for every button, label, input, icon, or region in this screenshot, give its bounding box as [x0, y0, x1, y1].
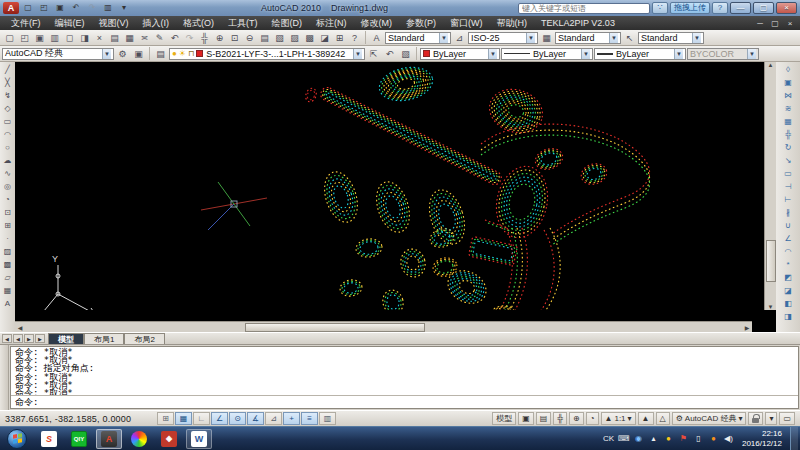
- quick-view-drawings-icon[interactable]: ▤: [536, 412, 552, 425]
- redo-icon[interactable]: ↷: [182, 31, 197, 45]
- qat-save-icon[interactable]: ▣: [53, 2, 67, 14]
- keyboard-icon[interactable]: ⌨: [618, 434, 629, 443]
- publish-icon[interactable]: ◨: [77, 31, 92, 45]
- model-space-button[interactable]: 模型: [492, 412, 516, 425]
- taskbar-autocad-icon[interactable]: A: [96, 429, 122, 449]
- qat-redo-icon[interactable]: ↷: [85, 2, 99, 14]
- tray-help-icon[interactable]: ◉: [633, 434, 644, 443]
- mleader-style-combo[interactable]: Standard▼: [638, 32, 704, 44]
- zoom-tool-icon[interactable]: ⊕: [569, 412, 584, 425]
- ime-indicator[interactable]: CK: [603, 434, 614, 443]
- mdi-restore-icon[interactable]: ▢: [769, 19, 781, 28]
- communication-center-icon[interactable]: ∵: [652, 2, 668, 14]
- taskbar-redapp-icon[interactable]: ◈: [156, 429, 182, 449]
- show-desktop-button[interactable]: [790, 427, 798, 450]
- stretch-icon[interactable]: ▭: [782, 167, 795, 180]
- mtext-icon[interactable]: A: [1, 297, 14, 310]
- spline-icon[interactable]: ∿: [1, 167, 14, 180]
- extend-icon[interactable]: ⊢: [782, 193, 795, 206]
- minimize-button[interactable]: —: [730, 2, 751, 14]
- horizontal-scrollbar[interactable]: ◀▶: [15, 321, 752, 332]
- taskbar-browser-icon[interactable]: [126, 429, 152, 449]
- offset-icon[interactable]: ≋: [782, 102, 795, 115]
- draworder-below-icon[interactable]: ◨: [782, 310, 795, 323]
- layer-lock-icon[interactable]: ⊓: [188, 49, 194, 58]
- status-menu-icon[interactable]: ▾: [765, 412, 777, 425]
- construction-line-icon[interactable]: ╳: [1, 76, 14, 89]
- taskbar-sogou-icon[interactable]: S: [36, 429, 62, 449]
- grid-toggle[interactable]: ▦: [175, 412, 192, 425]
- menu-format[interactable]: 格式(O): [176, 16, 221, 30]
- match-properties-icon[interactable]: ≍: [137, 31, 152, 45]
- copy-icon[interactable]: ▣: [782, 76, 795, 89]
- taskbar-clock[interactable]: 22:162016/12/12: [742, 429, 782, 449]
- workspace-switch-button[interactable]: ⚙ AutoCAD 经典 ▾: [672, 412, 747, 425]
- tray-expand-icon[interactable]: ▴: [648, 434, 659, 443]
- close-button[interactable]: ×: [776, 2, 797, 14]
- move-icon[interactable]: ╬: [782, 128, 795, 141]
- make-layer-current-icon[interactable]: ⇱: [366, 47, 381, 61]
- hatch-icon[interactable]: ▨: [1, 245, 14, 258]
- osnap-toggle[interactable]: ⊙: [229, 412, 246, 425]
- taskbar-iqiyi-icon[interactable]: QIY: [66, 429, 92, 449]
- menu-draw[interactable]: 绘图(D): [265, 16, 310, 30]
- cut-icon[interactable]: ×: [92, 31, 107, 45]
- taskbar-word-icon[interactable]: W: [186, 429, 212, 449]
- otrack-toggle[interactable]: ∡: [247, 412, 264, 425]
- start-button[interactable]: [7, 429, 27, 449]
- qat-dropdown-icon[interactable]: ▾: [117, 2, 131, 14]
- tab-scroll-arrows[interactable]: ◀◀▶▶: [2, 334, 45, 343]
- ortho-toggle[interactable]: ∟: [193, 412, 210, 425]
- qat-plot-icon[interactable]: ▥: [101, 2, 115, 14]
- drag-upload-button[interactable]: 拖拽上传: [670, 2, 710, 14]
- snap-toggle[interactable]: ⊞: [157, 412, 174, 425]
- polyline-icon[interactable]: ↯: [1, 89, 14, 102]
- help-icon[interactable]: ?: [347, 31, 362, 45]
- explode-icon[interactable]: *: [782, 258, 795, 271]
- break-icon[interactable]: ∦: [782, 206, 795, 219]
- command-window-grip[interactable]: [0, 345, 9, 410]
- hscroll-thumb[interactable]: [245, 323, 425, 332]
- join-icon[interactable]: ∪: [782, 219, 795, 232]
- polar-toggle[interactable]: ∠: [211, 412, 228, 425]
- restore-button[interactable]: ▢: [753, 2, 774, 14]
- menu-tekla2pip[interactable]: TEKLA2PIP V2.03: [534, 16, 622, 30]
- mdi-minimize-icon[interactable]: ─: [754, 19, 766, 28]
- undo-icon[interactable]: ↶: [167, 31, 182, 45]
- annotation-autoscale-icon[interactable]: △: [656, 412, 670, 425]
- vscroll-thumb[interactable]: [766, 240, 776, 282]
- command-input[interactable]: 命令:: [11, 395, 798, 408]
- linetype-combo[interactable]: ByLayer▼: [501, 48, 593, 60]
- pan-icon[interactable]: ╬: [197, 31, 212, 45]
- text-style-combo[interactable]: Standard▼: [385, 32, 451, 44]
- volume-icon[interactable]: ◀): [723, 434, 734, 443]
- save-icon[interactable]: ▣: [32, 31, 47, 45]
- gradient-icon[interactable]: ▩: [1, 258, 14, 271]
- workspace-combo[interactable]: AutoCAD 经典▼: [2, 48, 114, 60]
- paste-icon[interactable]: ▦: [122, 31, 137, 45]
- workspace-save-icon[interactable]: ▣: [131, 47, 146, 61]
- infocenter-help-icon[interactable]: ?: [712, 2, 728, 14]
- properties-icon[interactable]: ▤: [257, 31, 272, 45]
- menu-dimension[interactable]: 标注(N): [309, 16, 354, 30]
- menu-window[interactable]: 窗口(W): [443, 16, 490, 30]
- array-icon[interactable]: ▦: [782, 115, 795, 128]
- tab-layout1[interactable]: 布局1: [84, 333, 124, 344]
- plot-icon[interactable]: ▥: [47, 31, 62, 45]
- menu-file[interactable]: 文件(F): [4, 16, 48, 30]
- tray-orange-icon[interactable]: ●: [708, 434, 719, 443]
- lineweight-combo[interactable]: ByLayer▼: [594, 48, 686, 60]
- revcloud-icon[interactable]: ☁: [1, 154, 14, 167]
- ellipse-arc-icon[interactable]: ◔: [1, 193, 14, 206]
- zoom-previous-icon[interactable]: ⊖: [242, 31, 257, 45]
- mleader-style-icon[interactable]: ↖: [622, 31, 637, 45]
- make-block-icon[interactable]: ⊞: [1, 219, 14, 232]
- annotation-visibility-icon[interactable]: ▲: [638, 412, 654, 425]
- tab-model[interactable]: 模型: [48, 333, 84, 344]
- clean-screen-icon[interactable]: ▭: [779, 412, 795, 425]
- dim-style-icon[interactable]: ⊿: [452, 31, 467, 45]
- qat-open-icon[interactable]: ◰: [37, 2, 51, 14]
- menu-help[interactable]: 帮助(H): [490, 16, 535, 30]
- polygon-icon[interactable]: ◇: [1, 102, 14, 115]
- drawing-canvas[interactable]: Y X Z ▲▼ ◀▶: [15, 62, 776, 332]
